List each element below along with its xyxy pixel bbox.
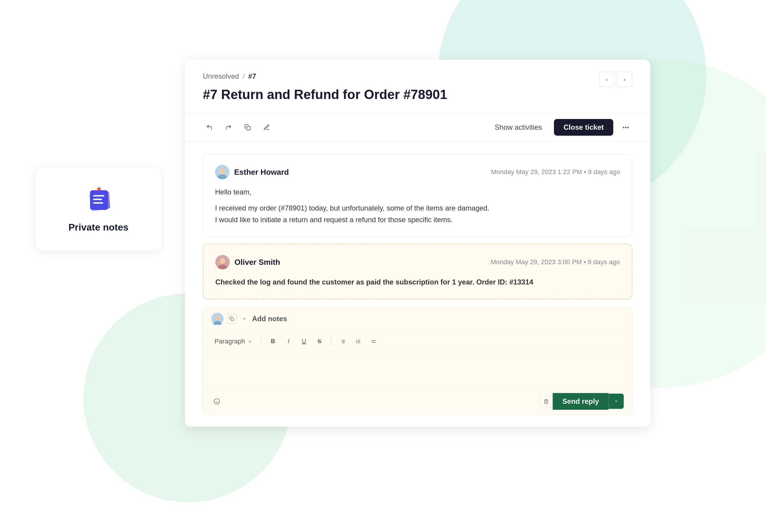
ticket-toolbar: Show activities Close ticket xyxy=(185,113,650,142)
svg-rect-4 xyxy=(93,195,104,197)
svg-point-8 xyxy=(623,127,624,128)
format-ordered-list-button[interactable] xyxy=(353,336,364,347)
message-body-1: Hello team, I received my order (#78901)… xyxy=(215,186,620,225)
compose-copy-icon[interactable] xyxy=(227,314,237,324)
note-sender-name-1: Oliver Smith xyxy=(234,258,280,267)
private-notes-card: Private notes xyxy=(36,167,161,250)
format-separator-1 xyxy=(261,337,262,346)
notes-icon xyxy=(84,185,113,215)
svg-rect-20 xyxy=(231,318,234,321)
compose-header: Add notes xyxy=(203,307,632,331)
format-italic-button[interactable]: I xyxy=(283,336,294,347)
paragraph-label: Paragraph xyxy=(214,338,245,345)
avatar-esther xyxy=(215,165,229,179)
svg-rect-6 xyxy=(93,202,103,204)
undo-button[interactable] xyxy=(203,121,216,134)
note-bubble-1: Oliver Smith Monday May 29, 2023 3:00 PM… xyxy=(203,244,632,299)
svg-point-12 xyxy=(220,168,225,174)
copy-button[interactable] xyxy=(241,121,254,134)
format-strikethrough-button[interactable]: S xyxy=(314,336,325,347)
message-sender-1: Esther Howard xyxy=(215,165,289,179)
svg-rect-5 xyxy=(93,199,102,200)
avatar-oliver xyxy=(215,255,230,269)
paragraph-select[interactable]: Paragraph xyxy=(211,336,255,347)
svg-point-18 xyxy=(215,316,220,320)
breadcrumb: Unresolved / #7 xyxy=(203,72,256,81)
format-indent-button[interactable] xyxy=(368,336,379,347)
compose-footer: Send reply xyxy=(203,388,632,415)
message-bubble-1: Esther Howard Monday May 29, 2023 1:22 P… xyxy=(203,154,632,236)
svg-point-32 xyxy=(214,398,220,404)
compose-footer-right: Send reply xyxy=(540,393,624,410)
private-notes-label: Private notes xyxy=(69,222,129,233)
compose-emoji-button[interactable] xyxy=(211,396,222,407)
nav-next-button[interactable]: › xyxy=(617,72,632,87)
message-time-1: Monday May 29, 2023 1:22 PM • 9 days ago xyxy=(491,168,620,176)
compose-area: Add notes Paragraph B I U S xyxy=(203,307,632,415)
format-underline-button[interactable]: U xyxy=(299,336,309,347)
format-separator-2 xyxy=(331,337,331,346)
svg-point-9 xyxy=(625,127,627,128)
nav-prev-button[interactable]: ‹ xyxy=(599,72,614,87)
note-sender-1: Oliver Smith xyxy=(215,255,280,269)
ticket-title: #7 Return and Refund for Order #78901 xyxy=(203,87,632,102)
show-activities-button[interactable]: Show activities xyxy=(489,120,548,134)
svg-rect-7 xyxy=(247,126,250,130)
compose-toolbar: Paragraph B I U S xyxy=(203,331,632,352)
breadcrumb-current: #7 xyxy=(248,72,256,81)
send-reply-dropdown-button[interactable] xyxy=(609,394,624,409)
note-header-1: Oliver Smith Monday May 29, 2023 3:00 PM… xyxy=(215,255,620,269)
compose-body[interactable] xyxy=(203,352,632,388)
sender-name-1: Esther Howard xyxy=(234,168,289,177)
note-body-1: Checked the log and found the customer a… xyxy=(215,276,620,288)
message-header-1: Esther Howard Monday May 29, 2023 1:22 P… xyxy=(215,165,620,179)
breadcrumb-separator: / xyxy=(243,72,245,81)
svg-point-15 xyxy=(220,258,225,264)
format-list-button[interactable] xyxy=(337,336,348,347)
svg-point-10 xyxy=(627,127,629,128)
close-ticket-button[interactable]: Close ticket xyxy=(554,119,613,136)
compose-trash-button[interactable] xyxy=(540,395,553,408)
breadcrumb-parent[interactable]: Unresolved xyxy=(203,72,239,81)
messages-area: Esther Howard Monday May 29, 2023 1:22 P… xyxy=(185,142,650,427)
send-reply-button[interactable]: Send reply xyxy=(553,393,609,410)
compose-avatar xyxy=(211,313,223,325)
ticket-header: Unresolved / #7 ‹ › #7 Return and Refund… xyxy=(185,60,650,102)
compose-footer-left xyxy=(211,396,222,407)
add-notes-label: Add notes xyxy=(252,315,287,323)
ticket-panel: Unresolved / #7 ‹ › #7 Return and Refund… xyxy=(185,60,650,427)
format-bold-button[interactable]: B xyxy=(268,336,278,347)
edit-button[interactable] xyxy=(260,121,273,134)
breadcrumb-nav: ‹ › xyxy=(599,72,632,87)
redo-button[interactable] xyxy=(222,121,235,134)
note-time-1: Monday May 29, 2023 3:00 PM • 9 days ago xyxy=(491,258,620,266)
compose-dropdown-icon[interactable] xyxy=(240,315,248,323)
more-options-button[interactable] xyxy=(619,121,632,134)
svg-point-3 xyxy=(97,187,101,191)
